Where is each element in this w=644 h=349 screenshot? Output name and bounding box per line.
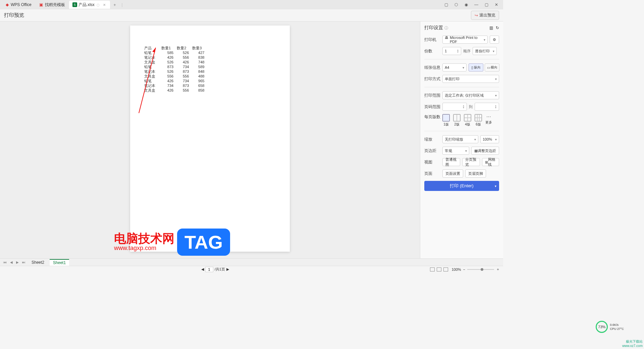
close-icon[interactable]: ✕ (494, 2, 499, 7)
main-area: 产品数量1数量2数量3 铅笔585526427笔记本426556838文具盒52… (0, 21, 503, 258)
exit-preview-button[interactable]: ↪ 退出预览 (471, 11, 499, 20)
landscape-icon: ▭ (487, 66, 490, 69)
tab-bar: ◆ WPS Office ▣ 找稻壳模板 S 产品.xlsx ◌ ✕ ＋ ｜ ▢… (0, 0, 503, 9)
margin-select[interactable]: 常规▾ (442, 147, 469, 155)
refresh-icon[interactable]: ↻ (496, 26, 499, 30)
view-break-icon[interactable] (443, 267, 448, 271)
sheet-first-icon[interactable]: ⏮ (3, 260, 7, 264)
page-row: 页面 页面设置 页眉页脚 (424, 169, 499, 178)
view-normal-icon[interactable] (430, 267, 435, 271)
view-layout-icon[interactable] (437, 267, 441, 271)
layout-6up[interactable]: 6版 (475, 114, 482, 127)
tab-home[interactable]: ◆ WPS Office (1, 1, 35, 9)
gridlines-button[interactable]: ⊞网格线 (482, 158, 499, 166)
zoom-out-icon[interactable]: − (463, 267, 465, 271)
data-table: 产品数量1数量2数量3 铅笔585526427笔记本426556838文具盒52… (144, 46, 208, 93)
margin-label: 页边距 (424, 148, 440, 154)
preview-canvas[interactable]: 产品数量1数量2数量3 铅笔585526427笔记本426556838文具盒52… (0, 21, 420, 258)
page-setup-button[interactable]: 页面设置 (442, 169, 463, 178)
copies-label: 份数 (424, 48, 440, 54)
layout-4up[interactable]: 4版 (464, 114, 471, 127)
zoom-slider[interactable] (467, 269, 494, 270)
orientation-landscape[interactable]: ▭横向 (485, 63, 499, 71)
view-mode-icons (430, 267, 448, 271)
header-footer-button[interactable]: 页眉页脚 (465, 169, 486, 178)
avatar-icon[interactable]: ◉ (464, 2, 469, 7)
print-range-select[interactable]: 选定工作表; 仅打印区域▾ (442, 91, 499, 99)
sheet-last-icon[interactable]: ⏭ (21, 260, 26, 264)
page-range-label: 页码范围 (424, 104, 440, 110)
sheet-tab-sheet2[interactable]: Sheet2 (28, 259, 48, 265)
sheet-prev-icon[interactable]: ◀ (9, 260, 13, 264)
maximize-icon[interactable]: ▢ (484, 2, 489, 7)
window-controls: ▢ ⬡ ◉ — ▢ ✕ (443, 2, 502, 7)
view-normal-button[interactable]: 普通视图 (442, 158, 460, 166)
cube-icon[interactable]: ⬡ (453, 2, 459, 7)
tab-active-file[interactable]: S 产品.xlsx ◌ ✕ (69, 1, 110, 9)
gear-icon: ⚙ (493, 38, 496, 42)
sheet-next-icon[interactable]: ▶ (15, 260, 19, 264)
page-next-icon[interactable]: ▶ (226, 267, 229, 271)
template-icon: ▣ (39, 2, 44, 7)
tab-timer-icon[interactable]: ◌ (96, 2, 101, 7)
printer-select[interactable]: 🖶Microsoft Print to PDF ▾ (442, 36, 488, 44)
tab-active-label: 产品.xlsx (78, 2, 95, 8)
watermark: 电脑技术网 www.tagxp.com TAG (114, 229, 230, 256)
page-navigator: ◀ /共1页 ▶ (201, 267, 229, 272)
panel-header: 打印设置 ⓘ ▥ ↻ (424, 25, 499, 31)
chevron-down-icon: ▾ (495, 77, 497, 81)
order-label: 顺序 (463, 49, 471, 54)
help-icon[interactable]: ⓘ (444, 26, 448, 31)
per-page-row: 每页版数 1版 2版 4版 6版 ⋯更多 (424, 114, 499, 127)
tab-home-label: WPS Office (11, 2, 32, 7)
zoom-in-icon[interactable]: ＋ (496, 267, 500, 272)
sheet-tab-sheet1[interactable]: Sheet1 (50, 259, 69, 266)
paper-label: 纸张信息 (424, 65, 440, 70)
paper-row: 纸张信息 A4▾ ▯纵向 ▭横向 (424, 63, 499, 71)
xlsx-icon: S (72, 2, 77, 7)
minimize-icon[interactable]: — (474, 2, 479, 7)
page-current-input[interactable] (205, 267, 213, 272)
view-label: 视图 (424, 159, 440, 165)
layout-1up[interactable]: 1版 (442, 114, 450, 127)
tab-close-icon[interactable]: ✕ (102, 2, 107, 7)
zoom-pct-select[interactable]: 100%▾ (480, 135, 499, 143)
tab-add-button[interactable]: ＋ (111, 2, 119, 8)
caret-down-icon[interactable]: ▼ (457, 51, 459, 53)
preview-page: 产品数量1数量2数量3 铅笔585526427笔记本426556838文具盒52… (130, 26, 290, 252)
print-button[interactable]: 打印 (Enter) ▾ (424, 181, 499, 191)
print-method-row: 打印方式 单面打印▾ (424, 75, 499, 83)
page-range-row: 页码范围 ▲▼ 到 ▲▼ (424, 103, 499, 111)
print-settings-panel: 打印设置 ⓘ ▥ ↻ 打印机 🖶Microsoft Print to PDF ▾… (420, 21, 503, 258)
printer-settings-button[interactable]: ⚙ (490, 36, 499, 44)
view-split-button[interactable]: 分页预览 (462, 158, 480, 166)
tab-template[interactable]: ▣ 找稻壳模板 (36, 1, 68, 9)
layout-more[interactable]: ⋯更多 (485, 114, 492, 125)
page-to-input[interactable]: ▲▼ (475, 103, 499, 111)
margin-row: 页边距 常规▾ ▦调整页边距 (424, 147, 499, 155)
panel-toggle-icon[interactable]: ▢ (443, 2, 449, 7)
to-label: 到 (469, 104, 473, 109)
watermark-text: 电脑技术网 (114, 233, 174, 245)
page-from-input[interactable]: ▲▼ (442, 103, 467, 111)
print-method-select[interactable]: 单面打印▾ (442, 75, 499, 83)
layout-2up[interactable]: 2版 (453, 114, 461, 127)
grid-icon: ⊞ (485, 160, 488, 164)
zoom-select[interactable]: 无打印缩放▾ (442, 135, 478, 143)
margin-adjust-button[interactable]: ▦调整页边距 (471, 147, 499, 155)
zoom-label: 缩放 (424, 137, 440, 142)
exit-icon: ↪ (475, 13, 478, 18)
order-select[interactable]: 逐份打印▾ (473, 47, 497, 55)
layout-toggle-icon[interactable]: ▥ (489, 26, 493, 30)
orientation-portrait[interactable]: ▯纵向 (469, 63, 483, 71)
tab-template-label: 找稻壳模板 (45, 2, 65, 8)
tab-divider: ｜ (119, 2, 125, 8)
view-row: 视图 普通视图 分页预览 ⊞网格线 (424, 158, 499, 166)
zoom-value: 100% (451, 267, 461, 271)
exit-label: 退出预览 (479, 12, 495, 18)
copies-spinner[interactable]: 1 ▲▼ (442, 47, 461, 55)
wps-logo-icon: ◆ (5, 2, 9, 7)
paper-select[interactable]: A4▾ (442, 63, 467, 71)
page-prev-icon[interactable]: ◀ (201, 267, 204, 271)
chevron-down-icon: ▾ (484, 38, 485, 42)
